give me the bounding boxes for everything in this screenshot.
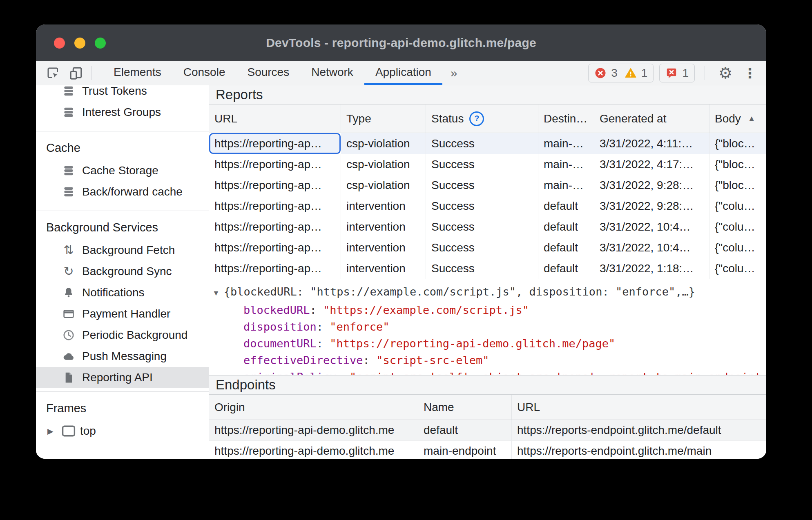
inspect-element-icon[interactable] [42, 66, 65, 80]
sidebar-item-push-messaging[interactable]: Push Messaging [36, 346, 209, 367]
report-row-type[interactable]: csp-violation [341, 154, 426, 175]
report-row-generated[interactable]: 3/31/2022, 10:4… [594, 216, 709, 237]
sidebar-item-label: Trust Tokens [82, 85, 147, 98]
sidebar-item-back-forward-cache[interactable]: Back/forward cache [36, 181, 209, 202]
expand-arrow-icon[interactable]: ▶ [47, 427, 57, 436]
report-row-type[interactable]: intervention [341, 216, 426, 237]
zoom-window-button[interactable] [95, 38, 106, 49]
report-row-destination[interactable]: main-… [538, 154, 594, 175]
report-row-status[interactable]: Success [426, 258, 538, 279]
column-header-origin[interactable]: Origin [209, 395, 418, 420]
cloud-icon [61, 350, 76, 363]
sidebar-item-label: top [80, 424, 96, 438]
sidebar-item-label: Notifications [82, 286, 145, 299]
report-row-url[interactable]: https://reporting-ap… [209, 216, 341, 237]
json-property-clipped[interactable]: originalPolicy: "script-src 'self'; obje… [212, 369, 766, 375]
sidebar-item-background-fetch[interactable]: ⇅ Background Fetch [36, 240, 209, 261]
report-row-body[interactable]: {"colu… [709, 196, 760, 216]
report-row-generated[interactable]: 3/31/2022, 4:17:… [594, 154, 709, 175]
tab-sources[interactable]: Sources [236, 61, 300, 85]
report-row-body[interactable]: {"colu… [709, 237, 760, 258]
kebab-menu-icon[interactable]: ⋮ [742, 65, 758, 81]
sidebar-item-periodic-background-sync[interactable]: Periodic Background [36, 324, 209, 346]
sidebar-item-cache-storage[interactable]: Cache Storage [36, 160, 209, 181]
tab-network[interactable]: Network [300, 61, 364, 85]
sidebar-item-payment-handler[interactable]: Payment Handler [36, 303, 209, 324]
json-property[interactable]: effectiveDirective: "script-src-elem" [243, 352, 766, 369]
json-key: effectiveDirective [243, 354, 363, 367]
report-row-url[interactable]: https://reporting-ap… [209, 175, 341, 196]
report-row-status[interactable]: Success [426, 216, 538, 237]
collapse-triangle-icon[interactable]: ▼ [212, 285, 220, 302]
report-row-type[interactable]: csp-violation [341, 175, 426, 196]
json-property[interactable]: disposition: "enforce" [243, 318, 766, 335]
sidebar-item-notifications[interactable]: Notifications [36, 282, 209, 303]
report-row-destination[interactable]: default [538, 237, 594, 258]
tab-console[interactable]: Console [172, 61, 236, 85]
report-row-status[interactable]: Success [426, 154, 538, 175]
column-header-name[interactable]: Name [418, 395, 512, 420]
report-row-destination[interactable]: main-… [538, 175, 594, 196]
report-row-status[interactable]: Success [426, 237, 538, 258]
report-row-destination[interactable]: default [538, 196, 594, 216]
report-row-status[interactable]: Success [426, 175, 538, 196]
issues-badge[interactable]: 1 [659, 64, 695, 82]
endpoint-row-name[interactable]: default [418, 420, 512, 441]
sidebar-item-background-sync[interactable]: ↻ Background Sync [36, 261, 209, 282]
report-row-url[interactable]: https://reporting-ap… [209, 154, 341, 175]
minimize-window-button[interactable] [74, 38, 85, 49]
report-row-status[interactable]: Success [426, 133, 538, 154]
report-row-body[interactable]: {"colu… [709, 258, 760, 279]
report-row-body[interactable]: {"bloc… [709, 133, 760, 154]
report-row-url[interactable]: https://reporting-ap… [209, 133, 341, 154]
column-header-endpoint-url[interactable]: URL [512, 395, 766, 420]
endpoint-row-url[interactable]: https://reports-endpoint.glitch.me/main [512, 441, 766, 459]
more-tabs-icon[interactable]: » [442, 61, 466, 85]
report-row-body[interactable]: {"bloc… [709, 175, 760, 196]
traffic-lights [54, 24, 106, 61]
json-property[interactable]: blockedURL: "https://example.com/script.… [243, 302, 766, 318]
report-row-destination[interactable]: main-… [538, 133, 594, 154]
column-header-destination[interactable]: Destin… [538, 104, 594, 133]
report-row-type[interactable]: intervention [341, 237, 426, 258]
column-header-body[interactable]: Body ▲ [709, 104, 760, 133]
endpoint-row-name[interactable]: main-endpoint [418, 441, 512, 459]
column-header-status[interactable]: Status ? [426, 104, 538, 133]
sidebar-item-top-frame[interactable]: ▶ top [36, 420, 209, 442]
column-header-url[interactable]: URL [209, 104, 341, 133]
report-row-type[interactable]: intervention [341, 258, 426, 279]
json-property[interactable]: documentURL: "https://reporting-api-demo… [243, 335, 766, 352]
settings-gear-icon[interactable]: ⚙ [715, 64, 736, 82]
report-row-body[interactable]: {"colu… [709, 216, 760, 237]
column-header-type[interactable]: Type [341, 104, 426, 133]
report-row-body[interactable]: {"bloc… [709, 154, 760, 175]
report-row-generated[interactable]: 3/31/2022, 9:28:… [594, 196, 709, 216]
sidebar-item-reporting-api[interactable]: Reporting API [36, 367, 209, 388]
endpoint-row-url[interactable]: https://reports-endpoint.glitch.me/defau… [512, 420, 766, 441]
toggle-device-toolbar-icon[interactable] [65, 66, 87, 80]
report-body-preview: ▼ {blockedURL: "https://example.com/scri… [209, 279, 766, 375]
tab-application[interactable]: Application [364, 61, 442, 85]
column-header-generated-at[interactable]: Generated at [594, 104, 709, 133]
status-help-icon[interactable]: ? [469, 111, 484, 126]
report-row-url[interactable]: https://reporting-ap… [209, 237, 341, 258]
report-row-type[interactable]: intervention [341, 196, 426, 216]
report-row-url[interactable]: https://reporting-ap… [209, 258, 341, 279]
report-row-generated[interactable]: 3/31/2022, 9:28:… [594, 175, 709, 196]
endpoint-row-origin[interactable]: https://reporting-api-demo.glitch.me [209, 441, 418, 459]
report-row-generated[interactable]: 3/31/2022, 4:11:… [594, 133, 709, 154]
json-summary-row[interactable]: ▼ {blockedURL: "https://example.com/scri… [212, 283, 766, 302]
tab-elements[interactable]: Elements [103, 61, 172, 85]
report-row-generated[interactable]: 3/31/2022, 10:4… [594, 237, 709, 258]
close-window-button[interactable] [54, 38, 65, 49]
sidebar-item-interest-groups[interactable]: Interest Groups [36, 102, 209, 123]
report-row-generated[interactable]: 3/31/2022, 1:18:… [594, 258, 709, 279]
report-row-destination[interactable]: default [538, 216, 594, 237]
report-row-type[interactable]: csp-violation [341, 133, 426, 154]
report-row-destination[interactable]: default [538, 258, 594, 279]
errors-warnings-badge[interactable]: 3 1 [588, 64, 654, 82]
report-row-url[interactable]: https://reporting-ap… [209, 196, 341, 216]
endpoint-row-origin[interactable]: https://reporting-api-demo.glitch.me [209, 420, 418, 441]
sidebar-item-trust-tokens[interactable]: Trust Tokens [36, 85, 209, 102]
report-row-status[interactable]: Success [426, 196, 538, 216]
